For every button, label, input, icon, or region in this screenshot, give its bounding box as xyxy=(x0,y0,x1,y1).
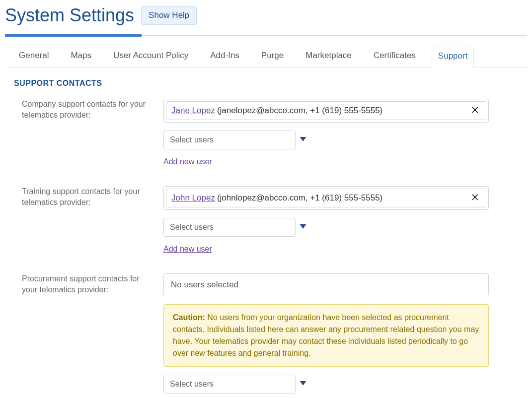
contact-name-link[interactable]: Jane Lopez xyxy=(171,106,215,116)
field-training-contacts: Training support contacts for your telem… xyxy=(22,186,522,254)
page-title: System Settings xyxy=(5,5,134,26)
tab-user-account-policy[interactable]: User Account Policy xyxy=(107,47,194,68)
caret-down-icon xyxy=(299,135,307,145)
show-help-button[interactable]: Show Help xyxy=(141,6,197,25)
tab-certificates[interactable]: Certificates xyxy=(368,47,422,68)
contact-name-link[interactable]: John Lopez xyxy=(171,193,215,203)
field-label-company: Company support contacts for your telema… xyxy=(22,99,163,166)
tab-add-ins[interactable]: Add-Ins xyxy=(204,47,245,68)
field-procurement-contacts: Procurement support contacts for your te… xyxy=(22,273,522,398)
contact-chip-container: John Lopez (johnlopez@abcco.com, +1 (619… xyxy=(163,186,489,210)
caret-down-icon xyxy=(299,222,307,232)
divider-accent xyxy=(5,34,142,37)
tab-support[interactable]: Support xyxy=(432,47,474,68)
field-label-procurement: Procurement support contacts for your te… xyxy=(22,273,163,398)
close-icon xyxy=(471,193,480,204)
add-new-user-link[interactable]: Add new user xyxy=(163,157,212,166)
select-users-dropdown[interactable]: Select users xyxy=(163,218,296,237)
caution-text: No users from your organization have bee… xyxy=(173,313,479,357)
field-company-contacts: Company support contacts for your telema… xyxy=(22,99,522,166)
tab-general[interactable]: General xyxy=(13,47,55,68)
dropdown-caret[interactable] xyxy=(299,222,307,232)
divider-line xyxy=(5,35,527,36)
dropdown-caret[interactable] xyxy=(299,379,307,389)
add-new-user-link[interactable]: Add new user xyxy=(163,245,212,254)
caret-down-icon xyxy=(299,379,307,389)
caution-label: Caution: xyxy=(173,313,205,322)
tabs-bar: General Maps User Account Policy Add-Ins… xyxy=(8,36,527,68)
field-label-training: Training support contacts for your telem… xyxy=(22,186,163,254)
section-header-support-contacts: SUPPORT CONTACTS xyxy=(14,79,532,88)
no-users-box: No users selected xyxy=(163,273,489,296)
tab-purge[interactable]: Purge xyxy=(255,47,290,68)
select-users-dropdown[interactable]: Select users xyxy=(163,131,296,149)
tab-marketplace[interactable]: Marketplace xyxy=(300,47,358,68)
contact-details: (janelopez@abcco.com, +1 (619) 555-5555) xyxy=(217,106,382,116)
tab-maps[interactable]: Maps xyxy=(65,47,97,68)
caution-box: Caution: No users from your organization… xyxy=(163,304,489,367)
close-icon xyxy=(471,105,480,117)
select-users-dropdown[interactable]: Select users xyxy=(163,375,296,394)
remove-contact-button[interactable] xyxy=(470,193,481,203)
remove-contact-button[interactable] xyxy=(470,105,481,116)
contact-chip-container: Jane Lopez (janelopez@abcco.com, +1 (619… xyxy=(163,99,489,123)
dropdown-caret[interactable] xyxy=(299,135,307,145)
contact-chip: John Lopez (johnlopez@abcco.com, +1 (619… xyxy=(166,189,486,207)
contact-details: (johnlopez@abcco.com, +1 (619) 555-5555) xyxy=(217,193,382,203)
contact-chip: Jane Lopez (janelopez@abcco.com, +1 (619… xyxy=(166,101,486,120)
